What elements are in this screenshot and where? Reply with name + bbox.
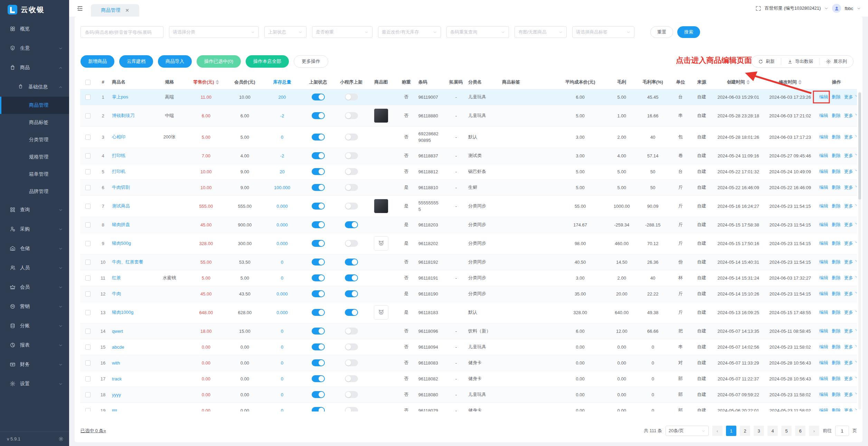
sort-icon[interactable] (798, 80, 802, 85)
sort-icon[interactable] (746, 80, 750, 85)
row-checkbox[interactable] (85, 360, 91, 366)
stock-link[interactable]: -2 (280, 113, 284, 118)
on-shelf-toggle[interactable] (312, 328, 325, 334)
product-image[interactable] (374, 108, 388, 123)
on-shelf-toggle[interactable] (312, 274, 325, 281)
stock-link[interactable]: 0 (281, 376, 283, 381)
page-size-select[interactable]: 20条/页 (666, 426, 709, 436)
toolbar-button-云库建档[interactable]: 云库建档 (119, 55, 153, 68)
delete-link[interactable]: 删除 (832, 113, 841, 118)
avatar[interactable] (832, 4, 841, 13)
sidebar-item-分类管理[interactable]: 分类管理 (0, 131, 69, 148)
row-checkbox[interactable] (85, 345, 91, 350)
edit-link[interactable]: 编辑 (819, 328, 828, 333)
mini-program-toggle[interactable] (345, 309, 358, 316)
page-button-6[interactable]: 6 (795, 426, 805, 436)
sidebar-item-会员[interactable]: 会员 (0, 278, 69, 297)
toolbar-button-更多操作[interactable]: 更多操作 (294, 55, 328, 68)
product-name-link[interactable]: 红茶 (112, 275, 121, 280)
more-link[interactable]: 更多 (844, 222, 857, 227)
edit-link[interactable]: 编辑 (819, 408, 828, 411)
delete-link[interactable]: 删除 (832, 392, 841, 397)
mini-program-toggle[interactable] (345, 221, 358, 228)
row-checkbox[interactable] (85, 376, 91, 381)
product-name-link[interactable]: tttt (112, 408, 117, 412)
mini-program-toggle[interactable] (345, 112, 358, 119)
more-link[interactable]: 更多 (844, 94, 857, 99)
delete-link[interactable]: 删除 (832, 222, 841, 227)
sidebar-item-人员[interactable]: 人员 (0, 258, 69, 278)
stock-link[interactable]: 0 (281, 260, 283, 265)
more-link[interactable]: 更多 (844, 241, 857, 246)
mini-program-toggle[interactable] (345, 407, 358, 411)
on-shelf-toggle[interactable] (312, 407, 325, 411)
mini-program-toggle[interactable] (345, 343, 358, 350)
sidebar-item-箱单管理[interactable]: 箱单管理 (0, 166, 69, 183)
more-link[interactable]: 更多 (844, 328, 857, 333)
more-link[interactable]: 更多 (844, 275, 857, 280)
product-name-link[interactable]: 掌上pos (112, 94, 128, 99)
refresh-button[interactable]: 刷新 (752, 58, 781, 65)
stock-link[interactable]: 0 (281, 135, 283, 140)
edit-link[interactable]: 编辑 (819, 185, 828, 190)
sidebar-item-商品[interactable]: 商品 (0, 58, 69, 77)
product-name-link[interactable]: with (112, 360, 120, 366)
delete-link[interactable]: 删除 (832, 153, 841, 158)
delete-link[interactable]: 删除 (832, 203, 841, 209)
on-shelf-toggle[interactable] (312, 94, 325, 100)
reset-button[interactable]: 重置 (650, 26, 673, 38)
edit-link[interactable]: 编辑 (819, 203, 828, 209)
more-link[interactable]: 更多 (844, 392, 857, 397)
row-checkbox[interactable] (85, 135, 91, 140)
product-name-link[interactable]: 猪肉500g (112, 241, 131, 246)
table-scrollbar[interactable] (858, 92, 861, 409)
store-chevron-down-icon[interactable] (824, 6, 829, 11)
edit-link[interactable]: 编辑 (819, 291, 828, 296)
mini-program-toggle[interactable] (345, 259, 358, 265)
row-checkbox[interactable] (85, 275, 91, 281)
toolbar-button-新增商品[interactable]: 新增商品 (81, 55, 114, 68)
row-checkbox[interactable] (85, 392, 91, 397)
prev-page-button[interactable]: ‹ (712, 426, 723, 436)
product-name-link[interactable]: yyyy (112, 392, 121, 397)
delete-link[interactable]: 删除 (832, 275, 841, 280)
column-header-创建时间[interactable]: 创建时间 (712, 75, 764, 89)
toolbar-button-操作本店全部[interactable]: 操作本店全部 (246, 55, 289, 68)
more-link[interactable]: 更多 (844, 185, 857, 190)
page-button-3[interactable]: 3 (754, 426, 764, 436)
page-button-1[interactable]: 1 (726, 426, 736, 436)
filter-select-最近改价/有无库存[interactable]: 最近改价/有无库存 (378, 26, 441, 38)
mini-program-toggle[interactable] (345, 184, 358, 191)
stock-link[interactable]: 0 (281, 345, 283, 350)
mini-program-toggle[interactable] (345, 152, 358, 159)
row-checkbox[interactable] (85, 95, 91, 100)
mini-program-toggle[interactable] (345, 94, 358, 100)
delete-link[interactable]: 删除 (832, 291, 841, 296)
stock-link[interactable]: 0 (281, 408, 283, 412)
next-page-button[interactable]: › (809, 426, 819, 436)
delete-link[interactable]: 删除 (832, 376, 841, 381)
row-checkbox[interactable] (85, 222, 91, 227)
sidebar-item-仓储[interactable]: 仓储 (0, 239, 69, 258)
stock-link[interactable]: 200 (279, 95, 286, 100)
more-link[interactable]: 更多 (844, 113, 857, 118)
edit-link[interactable]: 编辑 (819, 153, 828, 158)
edit-link[interactable]: 编辑 (819, 259, 828, 264)
tab-goods-management[interactable]: 商品管理 ✕ (91, 4, 139, 17)
product-name-link[interactable]: 猪肉拼盘 (112, 222, 130, 227)
product-image[interactable] (374, 305, 388, 320)
edit-link[interactable]: 编辑 (819, 241, 828, 246)
sidebar-item-报表[interactable]: 报表 (0, 336, 69, 355)
product-name-link[interactable]: 测试商品 (112, 203, 130, 209)
edit-link[interactable]: 编辑 (819, 376, 828, 381)
user-menu[interactable]: fbbc (845, 6, 853, 11)
on-shelf-toggle[interactable] (312, 375, 325, 382)
sidebar-item-生意[interactable]: 生意 (0, 39, 69, 58)
more-link[interactable]: 更多 (844, 310, 857, 315)
product-name-link[interactable]: 牛肉、红茶套餐 (112, 259, 143, 264)
product-name-link[interactable]: 心相印 (112, 134, 125, 139)
row-checkbox[interactable] (85, 241, 91, 246)
delete-link[interactable]: 删除 (832, 94, 841, 99)
filter-select-有图/无图商品[interactable]: 有图/无图商品 (515, 26, 567, 38)
stock-link[interactable]: 100.000 (274, 185, 290, 190)
